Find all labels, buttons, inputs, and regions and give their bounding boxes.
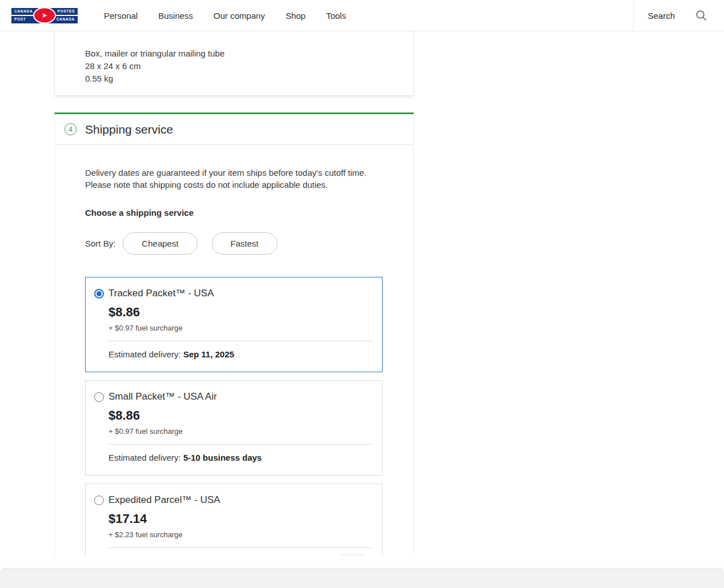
main-content: Box, mailer or triangular mailing tube 2…: [54, 31, 414, 555]
search-link[interactable]: Search: [647, 11, 675, 21]
shipping-service-section: 4 Shipping service Delivery dates are gu…: [54, 112, 414, 555]
divider: [108, 444, 372, 445]
nav-tools[interactable]: Tools: [326, 11, 346, 21]
service-price: $17.14: [108, 512, 382, 526]
package-dimensions: 28 x 24 x 6 cm: [85, 60, 383, 73]
service-name: Tracked Packet™ - USA: [108, 288, 214, 299]
radio-button-unselected[interactable]: [94, 496, 104, 505]
nav-business[interactable]: Business: [158, 11, 193, 21]
service-name: Expedited Parcel™ - USA: [108, 494, 220, 506]
fuel-surcharge: + $0.97 fuel surcharge: [108, 324, 382, 332]
back-to-top-button[interactable]: [340, 554, 364, 555]
section-body: Delivery dates are guaranteed if your it…: [55, 145, 413, 555]
section-header: 4 Shipping service: [55, 114, 413, 145]
service-price: $8.86: [108, 305, 382, 320]
service-option-tracked-packet-usa[interactable]: Tracked Packet™ - USA $8.86 + $0.97 fuel…: [85, 277, 383, 372]
nav-shop[interactable]: Shop: [285, 11, 305, 21]
service-name: Small Packet™ - USA Air: [108, 391, 217, 402]
package-weight: 0.55 kg: [85, 73, 383, 85]
radio-button-unselected[interactable]: [94, 392, 104, 402]
sort-cheapest-button[interactable]: Cheapest: [123, 232, 197, 255]
sort-by-label: Sort By:: [85, 239, 115, 248]
service-option-small-packet-usa-air[interactable]: Small Packet™ - USA Air $8.86 + $0.97 fu…: [85, 380, 383, 476]
package-type: Box, mailer or triangular mailing tube: [85, 47, 383, 60]
delivery-guarantee-text: Delivery dates are guaranteed if your it…: [85, 167, 391, 191]
service-options-list: Tracked Packet™ - USA $8.86 + $0.97 fuel…: [85, 277, 382, 555]
bottom-bar: [0, 568, 724, 588]
option-header-row: Small Packet™ - USA Air: [86, 381, 382, 402]
option-header-row: Tracked Packet™ - USA: [86, 277, 382, 299]
canada-post-logo[interactable]: CANADA POST POSTES CANADA ➤: [11, 8, 78, 23]
section-title: Shipping service: [85, 123, 173, 136]
sort-fastest-button[interactable]: Fastest: [212, 232, 277, 255]
fuel-surcharge: + $0.97 fuel surcharge: [108, 427, 382, 436]
sort-controls: Sort By: Cheapest Fastest: [85, 232, 382, 255]
step-number-badge: 4: [65, 123, 77, 135]
choose-service-label: Choose a shipping service: [85, 208, 382, 218]
fuel-surcharge: + $2.23 fuel surcharge: [108, 530, 382, 539]
estimated-delivery: Estimated delivery: 5-10 business days: [108, 453, 382, 475]
radio-button-selected[interactable]: [94, 289, 104, 299]
divider: [108, 547, 372, 548]
service-option-expedited-parcel-usa[interactable]: Expedited Parcel™ - USA $17.14 + $2.23 f…: [85, 484, 383, 555]
nav-personal[interactable]: Personal: [104, 11, 138, 21]
option-header-row: Expedited Parcel™ - USA: [86, 484, 382, 506]
divider: [108, 341, 372, 341]
estimated-delivery: Estimated delivery: Sep 11, 2025: [108, 349, 382, 372]
service-price: $8.86: [108, 408, 382, 423]
package-summary-card: Box, mailer or triangular mailing tube 2…: [54, 31, 414, 96]
site-header: CANADA POST POSTES CANADA ➤ Personal Bus…: [0, 0, 724, 31]
nav-our-company[interactable]: Our company: [214, 11, 265, 21]
header-search-area: Search: [633, 0, 724, 31]
canada-post-wing-icon: ➤: [33, 7, 56, 24]
search-icon[interactable]: [695, 10, 707, 21]
main-nav: Personal Business Our company Shop Tools: [104, 11, 346, 21]
